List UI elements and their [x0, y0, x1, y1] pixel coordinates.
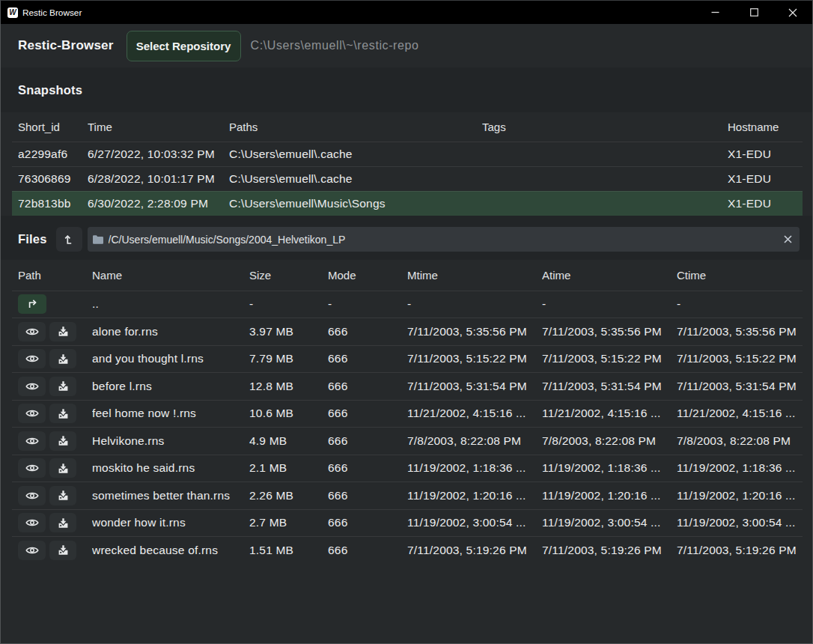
snapshot-row[interactable]: 72b813bb 6/30/2022, 2:28:09 PM C:\Users\… [12, 191, 803, 216]
file-row-actions [18, 458, 92, 478]
snapshot-paths: C:\Users\emuell\.cache [229, 148, 482, 161]
file-name: sometimes better than.rns [92, 489, 249, 502]
clear-path-icon [784, 235, 792, 243]
snapshot-short-id: 72b813bb [18, 197, 88, 210]
view-file-button[interactable] [18, 541, 46, 560]
column-header-paths[interactable]: Paths [229, 121, 482, 133]
file-size: 2.26 MB [249, 489, 328, 502]
file-row[interactable]: wonder how it.rns 2.7 MB 666 11/19/2002,… [12, 509, 803, 537]
file-row-actions [18, 349, 92, 368]
file-row[interactable]: feel home now !.rns 10.6 MB 666 11/21/20… [12, 400, 803, 428]
parent-directory-button[interactable] [56, 227, 82, 252]
file-ctime: 7/11/2003, 5:35:56 PM [677, 325, 804, 338]
column-header-hostname[interactable]: Hostname [728, 121, 803, 133]
file-mode: 666 [328, 352, 407, 365]
column-header-ctime[interactable]: Ctime [677, 269, 804, 282]
view-file-button[interactable] [18, 486, 46, 505]
file-mtime: 7/11/2003, 5:19:26 PM [407, 544, 542, 557]
files-table-body: alone for.rns 3.97 MB 666 7/11/2003, 5:3… [12, 318, 803, 564]
file-name: Helvikone.rns [92, 434, 249, 448]
column-header-mtime[interactable]: Mtime [407, 269, 542, 282]
snapshot-short-id: a2299af6 [18, 148, 88, 161]
column-header-path[interactable]: Path [18, 269, 92, 282]
restore-file-button[interactable] [49, 458, 76, 478]
view-file-button[interactable] [18, 349, 46, 368]
maximize-button[interactable] [734, 1, 773, 24]
parent-row-mode: - [328, 297, 407, 311]
column-header-size[interactable]: Size [249, 269, 328, 282]
snapshot-row[interactable]: 76306869 6/28/2022, 10:01:17 PM C:\Users… [12, 166, 803, 191]
file-size: 12.8 MB [249, 380, 328, 393]
parent-directory-row[interactable]: .. - - - - - [12, 291, 803, 318]
restore-file-button[interactable] [49, 377, 76, 396]
file-ctime: 11/19/2002, 3:00:54 ... [677, 516, 804, 529]
download-icon [58, 408, 69, 419]
column-header-short-id[interactable]: Short_id [18, 121, 88, 133]
file-row[interactable]: sometimes better than.rns 2.26 MB 666 11… [12, 482, 803, 509]
file-atime: 11/19/2002, 1:20:16 ... [542, 489, 677, 502]
restore-file-button[interactable] [49, 404, 76, 423]
restore-file-button[interactable] [49, 349, 76, 368]
file-size: 3.97 MB [249, 325, 328, 338]
current-path-text: /C/Users/emuell/Music/Songs/2004_Helveti… [109, 234, 784, 246]
select-repository-button[interactable]: Select Repository [127, 31, 241, 61]
snapshot-row[interactable]: a2299af6 6/27/2022, 10:03:32 PM C:\Users… [12, 142, 803, 166]
file-size: 1.51 MB [249, 544, 328, 557]
file-row[interactable]: wrecked because of.rns 1.51 MB 666 7/11/… [12, 536, 803, 564]
column-header-mode[interactable]: Mode [328, 269, 407, 282]
restore-file-button[interactable] [49, 322, 76, 341]
snapshot-time: 6/28/2022, 10:01:17 PM [88, 172, 229, 186]
parent-row-mtime: - [407, 297, 542, 311]
file-row[interactable]: and you thought l.rns 7.79 MB 666 7/11/2… [12, 345, 803, 373]
column-header-name[interactable]: Name [92, 269, 249, 282]
file-atime: 11/19/2002, 3:00:54 ... [542, 516, 677, 529]
file-mtime: 7/11/2003, 5:15:22 PM [407, 352, 542, 365]
minimize-button[interactable] [695, 1, 734, 24]
restore-file-button[interactable] [49, 431, 76, 451]
file-row[interactable]: alone for.rns 3.97 MB 666 7/11/2003, 5:3… [12, 318, 803, 345]
file-ctime: 11/19/2002, 1:18:36 ... [677, 461, 804, 475]
view-file-button[interactable] [18, 431, 46, 451]
view-file-button[interactable] [18, 404, 46, 423]
restore-file-button[interactable] [49, 541, 76, 560]
files-band: Files /C/Users/emuell/Music/Songs/2004_H… [1, 216, 812, 260]
file-row-actions [18, 404, 92, 423]
file-row[interactable]: before l.rns 12.8 MB 666 7/11/2003, 5:31… [12, 372, 803, 400]
repository-path: C:\Users\emuell\~\restic-repo [251, 39, 419, 52]
file-name: and you thought l.rns [92, 352, 249, 365]
file-mode: 666 [328, 489, 407, 502]
restore-file-button[interactable] [49, 486, 76, 505]
enter-directory-icon [27, 299, 38, 309]
restore-file-button[interactable] [49, 513, 76, 532]
window-title: Restic Browser [22, 7, 82, 18]
window-controls [695, 1, 812, 24]
file-row[interactable]: moskito he said.rns 2.1 MB 666 11/19/200… [12, 455, 803, 482]
view-file-button[interactable] [18, 513, 46, 532]
view-file-button[interactable] [18, 458, 46, 478]
file-mode: 666 [328, 544, 407, 557]
file-mode: 666 [328, 461, 407, 475]
wails-logo-icon: W [7, 7, 18, 18]
app-window: W Restic Browser Restic-Browser Select R… [0, 0, 813, 644]
download-icon [58, 380, 69, 392]
file-mtime: 11/19/2002, 1:18:36 ... [407, 461, 542, 475]
column-header-time[interactable]: Time [88, 121, 229, 133]
snapshot-hostname: X1-EDU [728, 172, 803, 186]
clear-path-button[interactable] [784, 235, 792, 243]
column-header-atime[interactable]: Atime [542, 269, 677, 282]
parent-row-actions [18, 294, 92, 314]
view-file-button[interactable] [18, 377, 46, 396]
minimize-icon [711, 8, 719, 16]
file-size: 2.1 MB [249, 461, 328, 475]
current-path-field[interactable]: /C/Users/emuell/Music/Songs/2004_Helveti… [88, 227, 800, 252]
close-button[interactable] [773, 1, 812, 24]
view-file-button[interactable] [18, 322, 46, 341]
column-header-tags[interactable]: Tags [482, 121, 728, 133]
file-row[interactable]: Helvikone.rns 4.9 MB 666 7/8/2003, 8:22:… [12, 427, 803, 455]
file-size: 2.7 MB [249, 516, 328, 529]
file-ctime: 7/8/2003, 8:22:08 PM [677, 434, 804, 448]
app-header: Restic-Browser Select Repository C:\User… [1, 24, 812, 67]
file-row-actions [18, 541, 92, 560]
enter-parent-directory-button[interactable] [18, 294, 46, 314]
file-mode: 666 [328, 325, 407, 338]
